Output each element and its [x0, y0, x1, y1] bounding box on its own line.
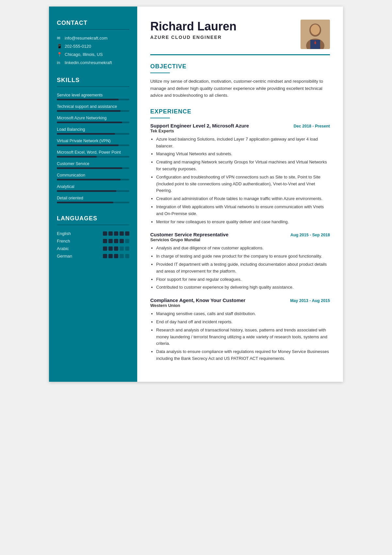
language-dot	[108, 231, 113, 236]
language-dot	[125, 239, 129, 243]
language-label: German	[57, 254, 76, 259]
svg-point-3	[311, 25, 320, 35]
skill-label: Detail oriented	[57, 196, 129, 200]
skill-bar-fill	[57, 190, 116, 192]
skill-label: Technical support and assistance	[57, 104, 129, 109]
objective-divider	[150, 73, 170, 73]
experience-title: EXPERIENCE	[150, 108, 330, 115]
job-bullet: Creation and administration of Route tab…	[156, 195, 330, 202]
job-company: Tek Experts	[150, 128, 330, 133]
job-bullet: Azure load balancing Solutions, included…	[156, 136, 330, 150]
skill-bar-bg	[57, 122, 129, 123]
objective-section: OBJECTIVE Utilize my sense of dedication…	[150, 63, 330, 99]
skill-bar-bg	[57, 144, 129, 146]
language-dot	[125, 231, 129, 236]
contact-divider	[57, 29, 129, 30]
skill-bar-bg	[57, 110, 129, 112]
job-block: Customer Service Representative Aug 2015…	[150, 232, 330, 291]
language-label: Arabic	[57, 246, 76, 251]
candidate-name: Richard Lauren	[150, 20, 237, 33]
skill-label: Analytical	[57, 184, 129, 189]
skill-bar-bg	[57, 167, 129, 169]
language-item: English	[57, 231, 129, 236]
skill-item: Customer Service	[57, 161, 129, 169]
skill-label: Microsoft Azure Networking	[57, 116, 129, 120]
language-dot	[125, 254, 129, 258]
contact-email: ✉ info@resumekraft.com	[57, 36, 129, 41]
language-dot	[120, 231, 124, 236]
languages-title: LANGUAGES	[57, 215, 129, 222]
languages-divider	[57, 225, 129, 225]
language-label: French	[57, 239, 76, 244]
contact-linkedin: in linkedin.com/resumekraft	[57, 60, 129, 65]
language-dot	[120, 239, 124, 243]
skills-divider	[57, 86, 129, 87]
job-header: Support Engineer Level 2, Microsoft Azur…	[150, 123, 330, 128]
contact-title: CONTACT	[57, 20, 129, 26]
language-dot	[114, 231, 118, 236]
languages-section: LANGUAGES English French Arabic German	[57, 215, 129, 259]
job-bullet: Research and analysis of transactional h…	[156, 327, 330, 347]
language-dot	[120, 246, 124, 251]
skill-bar-fill	[57, 167, 122, 169]
job-bullet: Contributed to customer experience by de…	[156, 284, 330, 291]
job-bullet: End of day hand off and incident reports…	[156, 319, 330, 326]
skill-item: Analytical	[57, 184, 129, 192]
job-bullet: Managing Virtual Networks and subnets.	[156, 151, 330, 158]
location-icon: 📍	[57, 52, 62, 57]
skill-bar-bg	[57, 179, 129, 180]
job-bullet: Configuration and troubleshooting of VPN…	[156, 174, 330, 194]
skill-item: Load Balancing	[57, 127, 129, 135]
skill-label: Virtual Private Network (VPN)	[57, 139, 129, 143]
job-title: Customer Service Representative	[150, 232, 228, 237]
language-dots	[103, 254, 129, 258]
skill-bar-bg	[57, 99, 129, 100]
skill-item: Detail oriented	[57, 196, 129, 203]
jobs-list: Support Engineer Level 2, Microsoft Azur…	[150, 123, 330, 362]
job-date: Aug 2015 - Sep 2018	[290, 233, 330, 237]
language-dot	[114, 239, 118, 243]
job-company: Western Union	[150, 303, 330, 308]
candidate-title: AZURE CLOUD ENGINEER	[150, 35, 237, 40]
skill-bar-fill	[57, 144, 119, 146]
linkedin-icon: in	[57, 60, 62, 65]
header-divider	[150, 54, 330, 55]
phone-icon: 📱	[57, 44, 62, 49]
job-title: Support Engineer Level 2, Microsoft Azur…	[150, 123, 249, 128]
skill-bar-fill	[57, 156, 97, 158]
skill-item: Technical support and assistance	[57, 104, 129, 112]
skills-section: SKILLS Service level agreements Technica…	[57, 77, 129, 203]
language-item: French	[57, 239, 129, 244]
skill-bar-bg	[57, 190, 129, 192]
candidate-photo	[301, 20, 330, 49]
skill-bar-fill	[57, 133, 115, 135]
job-bullet: Integration of Web applications with Vir…	[156, 204, 330, 217]
main-header: Richard Lauren AZURE CLOUD ENGINEER	[150, 20, 330, 49]
skill-bar-fill	[57, 99, 119, 100]
job-bullet: Provided IT department with a testing gu…	[156, 261, 330, 275]
job-bullet: Managing sensitive cases, calls and staf…	[156, 311, 330, 317]
job-bullets: Analysis and due diligence of new custom…	[150, 245, 330, 291]
skill-item: Microsoft Excel, Word, Power Point	[57, 150, 129, 158]
job-date: May 2013 - Aug 2015	[290, 298, 330, 303]
language-dot	[114, 246, 118, 251]
skill-bar-fill	[57, 110, 121, 112]
job-bullet: Mentor for new colleagues to ensure qual…	[156, 219, 330, 226]
skill-item: Microsoft Azure Networking	[57, 116, 129, 123]
job-bullet: Data analysis to ensure compliance with …	[156, 348, 330, 362]
objective-title: OBJECTIVE	[150, 63, 330, 70]
job-block: Support Engineer Level 2, Microsoft Azur…	[150, 123, 330, 226]
language-item: German	[57, 254, 129, 259]
language-dots	[103, 231, 129, 236]
job-block: Compliance Agent, Know Your Customer May…	[150, 297, 330, 362]
language-dots	[103, 239, 129, 243]
job-bullets: Azure load balancing Solutions, included…	[150, 136, 330, 226]
language-dot	[114, 254, 118, 258]
skills-title: SKILLS	[57, 77, 129, 84]
language-dot	[125, 246, 129, 251]
language-dot	[103, 231, 107, 236]
job-date: Dec 2018 - Present	[294, 124, 330, 128]
skill-bar-fill	[57, 202, 113, 203]
skill-bar-fill	[57, 122, 122, 123]
language-label: English	[57, 231, 76, 236]
